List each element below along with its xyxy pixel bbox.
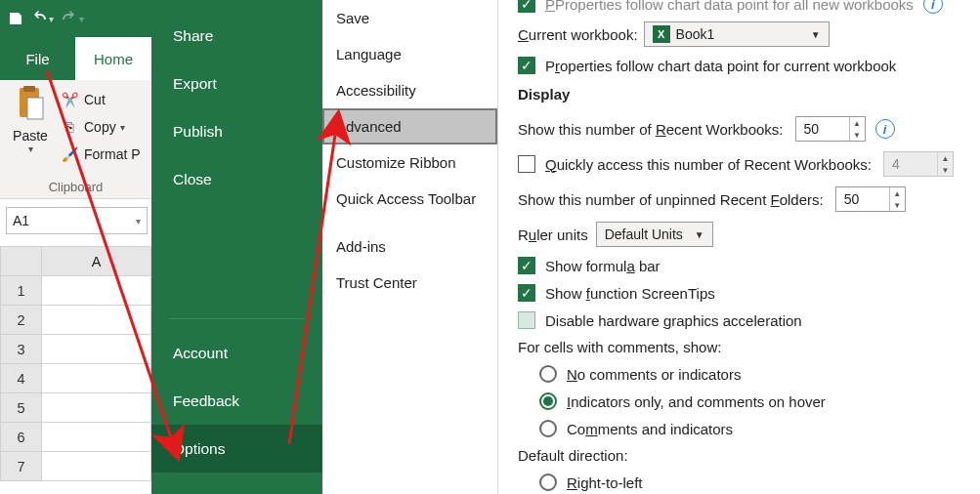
options-category-list: Save Language Accessibility Advanced Cus… <box>322 0 498 494</box>
spin-down-icon[interactable]: ▼ <box>890 199 905 211</box>
current-workbook-value: Book1 <box>676 26 715 42</box>
paste-label[interactable]: Paste <box>0 128 61 144</box>
file-backstage-menu: Share Export Publish Close Account Feedb… <box>151 0 322 494</box>
name-box[interactable]: A1 ▾ <box>6 207 148 234</box>
options-nav-save[interactable]: Save <box>322 0 497 36</box>
radio-comments-and-indicators-label: Comments and indicators <box>567 421 733 437</box>
radio-no-comments[interactable] <box>539 365 557 383</box>
backstage-item-close[interactable]: Close <box>151 155 322 203</box>
backstage-item-options[interactable]: Options <box>151 425 322 473</box>
comments-heading-label: For cells with comments, show: <box>518 339 721 355</box>
save-icon[interactable] <box>8 11 23 26</box>
radio-right-to-left-label: Right-to-left <box>567 474 643 491</box>
checkbox-prop-new-workbooks[interactable]: ✓ <box>518 0 535 13</box>
radio-comments-and-indicators[interactable] <box>539 420 557 437</box>
info-icon[interactable]: i <box>875 119 895 139</box>
row-header[interactable]: 4 <box>1 364 42 393</box>
format-painter-button[interactable]: 🖌️ Format P <box>61 141 151 168</box>
paste-icon[interactable] <box>0 84 61 126</box>
paintbrush-icon: 🖌️ <box>61 146 78 162</box>
checkbox-show-formula-bar[interactable]: ✓ <box>518 257 535 274</box>
recent-folders-spinner[interactable]: 50 ▲▼ <box>835 186 906 212</box>
row-header[interactable]: 3 <box>1 335 42 364</box>
copy-button[interactable]: ⎘ Copy ▾ <box>61 113 151 141</box>
redo-icon[interactable]: ▾ <box>62 11 84 26</box>
checkbox-disable-hw-accel[interactable] <box>518 311 535 329</box>
row-header[interactable]: 5 <box>1 393 42 423</box>
quick-access-toolbar: ▾ ▾ <box>0 0 151 37</box>
spreadsheet-grid[interactable]: A 1 2 3 4 5 6 7 <box>0 246 151 494</box>
backstage-label: Publish <box>173 123 223 141</box>
format-painter-label: Format P <box>84 146 141 162</box>
checkbox-show-screentips[interactable]: ✓ <box>518 284 535 302</box>
backstage-separator <box>169 318 305 319</box>
row-header[interactable]: 7 <box>1 452 42 481</box>
current-workbook-dropdown[interactable]: X Book1 ▼ <box>644 21 830 47</box>
cell[interactable] <box>42 306 151 335</box>
recent-workbooks-spinner[interactable]: 50 ▲▼ <box>795 116 866 142</box>
options-nav-quick-access[interactable]: Quick Access Toolbar <box>322 181 497 217</box>
paste-dropdown-icon[interactable]: ▾ <box>0 144 61 154</box>
nav-label: Save <box>336 10 369 26</box>
nav-label: Add-ins <box>336 238 386 255</box>
disable-hw-accel-label: Disable hardware graphics acceleration <box>545 312 802 329</box>
quick-access-recent-label: Quickly access this number of Recent Wor… <box>545 156 872 173</box>
checkbox-quick-access-recent[interactable] <box>518 155 535 173</box>
backstage-label: Close <box>173 171 212 188</box>
spin-down-icon[interactable]: ▼ <box>850 129 865 141</box>
cell[interactable] <box>42 393 151 423</box>
row-header[interactable]: 1 <box>1 276 42 306</box>
quick-access-recent-spinner: 4 ▲▼ <box>883 151 954 177</box>
backstage-label: Export <box>173 75 217 93</box>
cut-label: Cut <box>84 92 106 107</box>
recent-workbooks-value: 50 <box>804 121 820 137</box>
chevron-down-icon: ▼ <box>811 29 821 40</box>
cell[interactable] <box>42 276 151 306</box>
nav-label: Accessibility <box>336 82 416 99</box>
name-box-value: A1 <box>13 213 29 228</box>
row-header[interactable]: 2 <box>1 306 42 335</box>
spin-down-icon: ▼ <box>938 164 953 176</box>
name-box-dropdown-icon[interactable]: ▾ <box>136 216 141 226</box>
column-header-a[interactable]: A <box>42 247 151 276</box>
options-nav-customize-ribbon[interactable]: Customize Ribbon <box>322 144 497 181</box>
ruler-units-value: Default Units <box>605 226 683 242</box>
radio-right-to-left[interactable] <box>539 473 557 491</box>
backstage-item-feedback[interactable]: Feedback <box>151 377 322 425</box>
info-icon[interactable]: i <box>923 0 943 14</box>
backstage-label: Share <box>173 27 213 45</box>
backstage-item-account[interactable]: Account <box>151 329 322 377</box>
radio-indicators-only[interactable] <box>539 392 557 410</box>
cell[interactable] <box>42 423 151 452</box>
cell[interactable] <box>42 364 151 393</box>
spin-up-icon[interactable]: ▲ <box>850 117 865 129</box>
backstage-item-export[interactable]: Export <box>151 60 322 107</box>
options-nav-addins[interactable]: Add-ins <box>322 228 497 265</box>
cell[interactable] <box>42 452 151 481</box>
advanced-options-pane: ✓ PProperties follow chart data point fo… <box>518 0 980 494</box>
svg-rect-1 <box>23 86 35 92</box>
spin-up-icon: ▲ <box>938 152 953 164</box>
undo-icon[interactable]: ▾ <box>31 11 54 26</box>
options-nav-accessibility[interactable]: Accessibility <box>322 72 497 108</box>
tab-file[interactable]: File <box>0 37 75 80</box>
copy-dropdown-icon[interactable]: ▾ <box>120 122 125 133</box>
options-nav-language[interactable]: Language <box>322 36 497 72</box>
options-nav-trust-center[interactable]: Trust Center <box>322 265 497 301</box>
ribbon-tabs: File Home <box>0 37 151 80</box>
tab-home[interactable]: Home <box>75 37 151 80</box>
row-header[interactable]: 6 <box>1 423 42 452</box>
cell[interactable] <box>42 335 151 364</box>
ruler-units-dropdown[interactable]: Default Units ▼ <box>596 222 713 247</box>
select-all-corner[interactable] <box>1 247 42 276</box>
backstage-item-share[interactable]: Share <box>151 12 322 60</box>
cut-button[interactable]: ✂️ Cut <box>61 86 151 113</box>
recent-folders-label: Show this number of unpinned Recent Fold… <box>518 191 824 208</box>
excel-file-icon: X <box>653 25 670 43</box>
spin-up-icon[interactable]: ▲ <box>890 187 905 199</box>
tab-file-label: File <box>25 51 49 67</box>
checkbox-prop-current-workbook[interactable]: ✓ <box>518 57 535 74</box>
backstage-item-publish[interactable]: Publish <box>151 107 322 155</box>
options-nav-advanced[interactable]: Advanced <box>322 108 497 144</box>
svg-rect-2 <box>27 98 43 119</box>
